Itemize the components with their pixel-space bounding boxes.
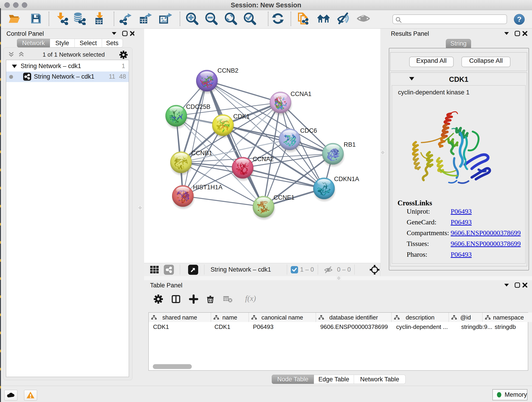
tab-network[interactable]: Network bbox=[17, 39, 50, 47]
node-table[interactable]: shared name name canonical name database… bbox=[148, 313, 528, 370]
show-selected-icon[interactable] bbox=[357, 12, 370, 25]
save-session-icon[interactable] bbox=[30, 12, 42, 25]
table-cell[interactable]: stringdb bbox=[495, 323, 516, 331]
node-section-title: CDK1 bbox=[390, 75, 527, 84]
collection-expander-icon[interactable] bbox=[12, 64, 17, 69]
results-panel-title: Results Panel bbox=[391, 30, 429, 37]
tab-style[interactable]: Style bbox=[50, 39, 75, 47]
delete-table-icon[interactable] bbox=[223, 294, 233, 304]
crosslink-row: Uniprot:P06493 bbox=[398, 207, 432, 215]
splitter-handle[interactable] bbox=[380, 150, 385, 155]
node-label-CCNA2: CCNA2 bbox=[253, 156, 274, 162]
column-header-database-identifier[interactable]: database identifier bbox=[316, 313, 392, 322]
float-panel-icon[interactable] bbox=[122, 31, 128, 37]
crosslink-link[interactable]: P06493 bbox=[451, 218, 472, 226]
toolbar-separator bbox=[180, 12, 180, 26]
column-header-shared-name[interactable]: shared name bbox=[149, 313, 211, 322]
tab-edge-table[interactable]: Edge Table bbox=[314, 375, 354, 384]
table-horizontal-scrollbar[interactable] bbox=[153, 364, 192, 369]
table-cell[interactable]: CDK1 bbox=[215, 323, 230, 331]
table-float-menu-icon[interactable] bbox=[504, 282, 510, 289]
warnings-button[interactable] bbox=[24, 390, 37, 401]
copy-network-icon[interactable] bbox=[297, 12, 310, 25]
network-node-CCNB2[interactable] bbox=[192, 70, 225, 102]
warning-icon bbox=[26, 391, 35, 399]
zoom-selected-icon[interactable] bbox=[243, 12, 256, 25]
table-cell[interactable]: P06493 bbox=[253, 323, 273, 331]
crosslink-row: Pharos:P06493 bbox=[398, 250, 432, 258]
import-network-icon[interactable] bbox=[56, 12, 69, 25]
crosslink-link[interactable]: 9606.ENSP00000378699 bbox=[451, 240, 521, 248]
selected-checkbox-icon[interactable] bbox=[291, 266, 298, 274]
tab-string[interactable]: String bbox=[446, 39, 471, 48]
node-label-CDC6: CDC6 bbox=[300, 127, 317, 134]
node-results-box: CDK1 cyclin-dependent kinase 1 CrossLink… bbox=[390, 72, 527, 266]
table-cell[interactable]: stringdb:9... bbox=[461, 323, 492, 331]
expand-all-button[interactable]: Expand All bbox=[409, 57, 454, 67]
crosslink-link[interactable]: 9606.ENSP00000378699 bbox=[451, 229, 521, 237]
results-panel-splitter[interactable] bbox=[380, 29, 389, 276]
crosslink-link[interactable]: P06493 bbox=[451, 250, 472, 258]
collapse-all-button[interactable]: Collapse All bbox=[462, 57, 510, 67]
table-settings-gear-icon[interactable] bbox=[154, 294, 163, 305]
tab-select[interactable]: Select bbox=[75, 39, 102, 47]
open-in-window-icon[interactable] bbox=[188, 265, 198, 275]
crosslink-link[interactable]: P06493 bbox=[451, 207, 472, 215]
export-network-icon[interactable] bbox=[119, 12, 132, 25]
memory-button[interactable]: Memory bbox=[492, 389, 527, 400]
node-section-header[interactable]: CDK1 bbox=[390, 73, 527, 85]
import-database-icon[interactable] bbox=[73, 12, 86, 25]
results-float-panel-icon[interactable] bbox=[514, 31, 520, 37]
table-float-panel-icon[interactable] bbox=[514, 282, 520, 289]
float-menu-icon[interactable] bbox=[111, 31, 117, 37]
results-close-panel-icon[interactable] bbox=[522, 31, 528, 37]
zoom-out-icon[interactable] bbox=[205, 12, 218, 25]
collapse-all-networks-icon[interactable] bbox=[8, 51, 15, 59]
open-file-icon[interactable] bbox=[8, 12, 21, 25]
birdseye-grid-icon[interactable] bbox=[150, 265, 159, 275]
refresh-icon[interactable] bbox=[272, 12, 284, 25]
column-header-namespace[interactable]: namespace bbox=[482, 313, 532, 322]
table-cell[interactable]: cyclin-dependent ... bbox=[396, 323, 448, 331]
search-input[interactable] bbox=[404, 15, 505, 23]
help-button[interactable]: ? bbox=[514, 14, 525, 25]
splitter-handle[interactable] bbox=[336, 276, 341, 280]
table-panel-splitter[interactable] bbox=[144, 276, 532, 280]
column-header-canonical-name[interactable]: canonical name bbox=[249, 313, 316, 322]
column-header-name[interactable]: name bbox=[211, 313, 249, 322]
add-column-icon[interactable] bbox=[189, 294, 198, 305]
column-header-description[interactable]: description bbox=[392, 313, 449, 322]
delete-column-icon[interactable] bbox=[206, 294, 215, 305]
table-cell[interactable]: CDK1 bbox=[153, 323, 169, 331]
network-node-HIST1H1A[interactable] bbox=[171, 185, 196, 211]
fit-content-crosshair-icon[interactable] bbox=[370, 265, 380, 276]
network-row-selected[interactable]: String Network – cdk1 11 48 bbox=[6, 71, 129, 82]
export-image-icon[interactable] bbox=[159, 12, 172, 25]
import-table-icon[interactable] bbox=[93, 12, 106, 25]
network-view-canvas[interactable]: CCNB2CCNA1CDC25BCDK1CDC6RB1CCNB1CCNA2CDK… bbox=[144, 29, 380, 263]
table-cell[interactable]: 9606.ENSP00000378699 bbox=[320, 323, 388, 331]
hide-selected-icon[interactable] bbox=[337, 12, 350, 25]
network-view-toolbar: String Network – cdk1 1 – 0 0 – 0 bbox=[144, 263, 380, 276]
control-panel-splitter[interactable] bbox=[134, 29, 143, 386]
results-float-menu-icon[interactable] bbox=[504, 31, 510, 37]
node-description: cyclin-dependent kinase 1 bbox=[398, 89, 469, 96]
table-close-panel-icon[interactable] bbox=[522, 282, 528, 289]
node-label-CCNE1: CCNE1 bbox=[273, 194, 295, 201]
zoom-in-icon[interactable] bbox=[186, 12, 198, 25]
function-builder-fx[interactable]: f(x) bbox=[245, 294, 256, 303]
show-all-icon[interactable] bbox=[317, 12, 330, 25]
search-box[interactable] bbox=[393, 14, 507, 24]
split-view-icon[interactable] bbox=[171, 294, 181, 305]
column-header--id[interactable]: @id bbox=[449, 313, 482, 322]
zoom-fit-icon[interactable] bbox=[224, 12, 237, 25]
network-share-icon[interactable] bbox=[164, 265, 174, 275]
network-options-gear-icon[interactable] bbox=[119, 51, 128, 60]
tab-sets[interactable]: Sets bbox=[102, 39, 123, 47]
export-table-icon[interactable] bbox=[139, 12, 152, 25]
cloud-button[interactable] bbox=[4, 390, 17, 401]
tab-network-table[interactable]: Network Table bbox=[354, 375, 405, 384]
toolbar-separator bbox=[268, 12, 268, 26]
tab-node-table[interactable]: Node Table bbox=[272, 375, 314, 384]
network-collection-row[interactable]: String Network – cdk1 1 bbox=[6, 61, 129, 71]
